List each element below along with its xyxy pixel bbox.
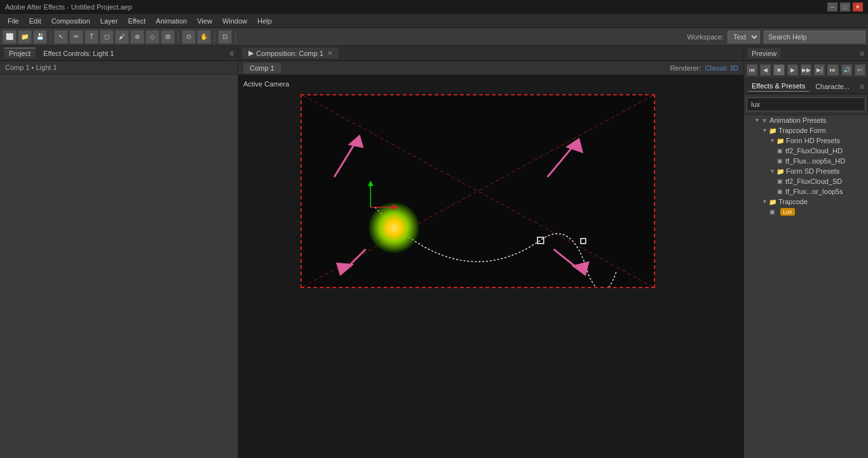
comp-canvas[interactable]: [301, 94, 655, 288]
menu-help[interactable]: Help: [252, 16, 277, 26]
toolbar-orbit[interactable]: ⊙: [182, 30, 196, 44]
svg-line-13: [553, 249, 585, 274]
preview-first-btn[interactable]: ⏮: [747, 64, 757, 76]
svg-marker-8: [350, 136, 363, 147]
restore-button[interactable]: □: [840, 3, 850, 11]
comp-tab-main[interactable]: ▶ Composition: Comp 1 ✕: [242, 48, 339, 59]
toolbar-separator-3: [214, 31, 215, 43]
preview-next-btn[interactable]: ▶|: [814, 64, 825, 76]
workspace-dropdown[interactable]: Text: [728, 31, 760, 43]
svg-rect-4: [581, 239, 586, 244]
preview-panel-header: Preview ≡: [744, 46, 868, 61]
effects-menu-icon[interactable]: ≡: [860, 82, 864, 91]
file-tf2-fluxcloud-hd: tf2_FluxCloud_HD: [785, 147, 843, 155]
tab-character[interactable]: Characte...: [811, 81, 853, 92]
right-panel: Preview ≡ ⏮ ◀ ■ ▶ ▶▶ ▶| ⏭ 🔊 ↩ Effects & …: [743, 46, 868, 458]
renderer-label: Renderer: Classic 3D: [670, 64, 738, 72]
svg-line-11: [341, 249, 365, 274]
arrow-icon-2: ▼: [762, 127, 767, 134]
title-bar: Adobe After Effects - Untitled Project.a…: [0, 0, 868, 14]
form-hd-label: Form HD Presets: [786, 137, 840, 144]
toolbar-pen[interactable]: ✏: [69, 30, 83, 44]
toolbar-paint[interactable]: 🖌: [115, 30, 129, 44]
tree-folder-trapcode[interactable]: ▼ 📁 Trapcode: [744, 197, 868, 207]
preview-last-btn[interactable]: ⏭: [827, 64, 838, 76]
menu-edit[interactable]: Edit: [24, 16, 46, 26]
search-input[interactable]: [764, 31, 865, 43]
effects-panel-header: Effects & Presets Characte... ≡: [744, 79, 868, 94]
effects-tree: ▼ ▼ Animation Presets ▼ 📁 Trapcode Form …: [744, 115, 868, 458]
menu-bar: File Edit Composition Layer Effect Anima…: [0, 14, 868, 28]
menu-effect[interactable]: Effect: [123, 16, 151, 26]
toolbar: ⬜ 📁 💾 ↖ ✏ T ◻ 🖌 ⊕ ◇ ⊞ ⊙ ✋ ⊡ Workspace: T…: [0, 28, 868, 46]
preview-audio-btn[interactable]: 🔊: [841, 64, 852, 76]
comp-tab-icon: ▶: [248, 49, 254, 57]
file-icon-2: ▣: [777, 158, 783, 164]
close-button[interactable]: ✕: [853, 3, 863, 11]
arrow-icon-4: ▼: [770, 168, 775, 174]
viewer: Comp 1 Renderer: Classic 3D Active Camer…: [238, 61, 743, 458]
toolbar-eraser[interactable]: ◇: [146, 30, 159, 44]
tree-item-lux[interactable]: ▣ Lux: [744, 207, 868, 217]
preview-prev-btn[interactable]: ◀: [760, 64, 771, 76]
toolbar-shape[interactable]: ◻: [100, 30, 114, 44]
toolbar-snap[interactable]: ⊡: [218, 30, 232, 44]
toolbar-separator-4: [235, 31, 236, 43]
preview-controls: ⏮ ◀ ■ ▶ ▶▶ ▶| ⏭ 🔊 ↩: [744, 61, 868, 79]
tab-preview[interactable]: Preview: [748, 48, 780, 59]
tab-project[interactable]: Project: [4, 48, 36, 59]
svg-marker-10: [567, 139, 582, 152]
tree-folder-trapcode-form[interactable]: ▼ 📁 Trapcode Form: [744, 125, 868, 135]
tree-item-tf2-fluxcloud-hd[interactable]: ▣ tf2_FluxCloud_HD: [744, 146, 868, 156]
comp-tab-close[interactable]: ✕: [327, 50, 332, 57]
toolbar-clone[interactable]: ⊕: [130, 30, 144, 44]
menu-file[interactable]: File: [3, 16, 24, 26]
tab-effect-controls[interactable]: Effect Controls: Light 1: [38, 48, 119, 59]
renderer-value[interactable]: Classic 3D: [705, 64, 738, 72]
svg-marker-14: [574, 263, 588, 275]
folder-icon-2: 📁: [769, 127, 776, 134]
viewer-top-bar: Comp 1 Renderer: Classic 3D: [238, 61, 743, 75]
preview-stop-btn[interactable]: ■: [773, 64, 784, 76]
form-sd-label: Form SD Presets: [786, 167, 839, 175]
arrow-icon: ▼: [754, 117, 759, 123]
preview-play-btn[interactable]: ▶: [787, 64, 798, 76]
main-layout: Project Effect Controls: Light 1 ≡ Comp …: [0, 46, 868, 458]
arrow-icon-5: ▼: [762, 198, 767, 205]
composition-header: ▶ Composition: Comp 1 ✕: [238, 46, 743, 61]
preview-loop-btn[interactable]: ↩: [855, 64, 865, 76]
svg-line-0: [303, 95, 653, 287]
toolbar-text[interactable]: T: [85, 30, 98, 44]
tree-item-tf-flux-oop5s-hd[interactable]: ▣ tf_Flux...oop5s_HD: [744, 156, 868, 166]
tree-folder-animation-presets[interactable]: ▼ ▼ Animation Presets: [744, 115, 868, 125]
toolbar-pan[interactable]: ✋: [197, 30, 211, 44]
tree-folder-form-hd[interactable]: ▼ 📁 Form HD Presets: [744, 135, 868, 146]
tab-effects-presets[interactable]: Effects & Presets: [748, 81, 809, 92]
menu-view[interactable]: View: [192, 16, 217, 26]
panel-menu-icon[interactable]: ≡: [229, 49, 234, 58]
active-camera-label: Active Camera: [243, 80, 289, 88]
preview-play-audio-btn[interactable]: ▶▶: [801, 64, 811, 76]
menu-animation[interactable]: Animation: [151, 16, 192, 26]
svg-line-7: [334, 136, 359, 177]
toolbar-save[interactable]: 💾: [33, 30, 47, 44]
guide-lines-svg: [302, 95, 654, 287]
comp-subtab[interactable]: Comp 1: [243, 63, 281, 73]
menu-window[interactable]: Window: [217, 16, 252, 26]
toolbar-select[interactable]: ↖: [54, 30, 68, 44]
project-panel: Comp 1 • Light 1: [0, 61, 238, 458]
menu-composition[interactable]: Composition: [46, 16, 95, 26]
tree-folder-form-sd[interactable]: ▼ 📁 Form SD Presets: [744, 166, 868, 176]
preview-menu-icon[interactable]: ≡: [860, 49, 864, 58]
tree-item-tf2-fluxcloud-sd[interactable]: ▣ tf2_FluxCloud_SD: [744, 176, 868, 186]
toolbar-new[interactable]: ⬜: [3, 30, 17, 44]
menu-layer[interactable]: Layer: [95, 16, 123, 26]
toolbar-open[interactable]: 📁: [18, 30, 32, 44]
effects-search-input[interactable]: [747, 97, 865, 111]
svg-rect-2: [538, 237, 544, 244]
toolbar-separator-2: [178, 31, 179, 43]
effects-search-wrapper: [744, 94, 868, 115]
toolbar-puppet[interactable]: ⊞: [161, 30, 175, 44]
tree-item-tf-flux-or-loop5s[interactable]: ▣ tf_Flux...or_loop5s: [744, 186, 868, 197]
minimize-button[interactable]: ─: [827, 3, 837, 11]
